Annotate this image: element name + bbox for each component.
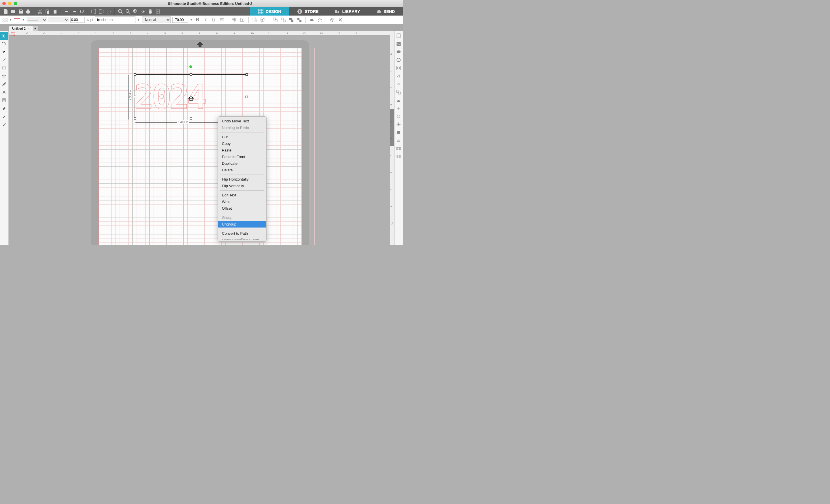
tab-send[interactable]: SEND	[368, 7, 403, 15]
tab-library[interactable]: LIBRARY	[326, 7, 368, 15]
print-icon[interactable]	[25, 9, 31, 14]
transform-panel[interactable]: A	[394, 80, 403, 88]
line-style-panel[interactable]	[394, 56, 403, 64]
resize-handle-w[interactable]	[134, 96, 136, 98]
text-tool[interactable]: A	[0, 88, 8, 96]
select-all-icon[interactable]	[91, 9, 97, 14]
font-size-input[interactable]	[172, 17, 188, 23]
fill-panel[interactable]	[394, 48, 403, 56]
group-icon[interactable]	[272, 17, 278, 23]
straight-line-tool[interactable]	[0, 56, 8, 64]
add-tab-button[interactable]: +	[33, 26, 38, 31]
canvas-area[interactable]: 7.066 , 3.794 /* ticks generated below *…	[9, 31, 394, 245]
line-weight-input[interactable]	[70, 17, 85, 23]
select-tool[interactable]	[0, 32, 8, 40]
scale-icon[interactable]	[260, 17, 266, 23]
zoom-drag-icon[interactable]	[140, 9, 146, 14]
pan-icon[interactable]	[148, 9, 153, 14]
context-menu-duplicate[interactable]: Duplicate	[218, 160, 266, 167]
star-tool[interactable]	[0, 72, 8, 80]
modify-panel[interactable]	[394, 96, 403, 104]
note-tool[interactable]	[0, 96, 8, 104]
eyedropper-tool[interactable]	[0, 121, 8, 129]
line-style-dropdown[interactable]: ———	[27, 17, 47, 23]
fill-swatch[interactable]	[2, 18, 7, 22]
replicate-panel[interactable]	[394, 88, 403, 96]
align-center-v-icon[interactable]	[239, 17, 246, 23]
tab-design[interactable]: DESIGN	[250, 7, 289, 15]
tab-store[interactable]: S STORE	[289, 7, 326, 15]
context-menu-ungroup[interactable]: Ungroup	[218, 221, 266, 228]
replicate-icon[interactable]	[252, 17, 258, 23]
close-x-icon[interactable]	[337, 17, 344, 23]
refresh-icon[interactable]	[79, 9, 85, 14]
star-icon[interactable]	[317, 17, 323, 23]
puzzle-panel[interactable]	[394, 129, 403, 136]
align-center-h-icon[interactable]	[231, 17, 237, 23]
knife-tool[interactable]	[0, 112, 8, 121]
font-input[interactable]	[95, 16, 135, 23]
minimize-window[interactable]	[8, 2, 11, 5]
context-menu-cut[interactable]: Cut	[218, 134, 266, 140]
rotation-handle[interactable]	[189, 65, 192, 68]
context-menu-scroll-down[interactable]: ⌄	[218, 235, 266, 241]
font-style-select[interactable]: Normal	[142, 16, 170, 23]
undo-icon[interactable]	[64, 9, 70, 14]
new-file-icon[interactable]	[3, 9, 9, 14]
line-tool[interactable]	[0, 48, 8, 56]
zoom-selection-icon[interactable]	[133, 9, 138, 14]
line-color-swatch[interactable]	[14, 19, 20, 21]
edit-points-tool[interactable]	[0, 40, 8, 48]
bold-icon[interactable]: B	[195, 17, 201, 23]
trace-panel[interactable]	[394, 64, 403, 72]
underline-icon[interactable]: U	[211, 17, 217, 23]
barcode-panel[interactable]	[394, 153, 403, 161]
fit-page-icon[interactable]	[155, 9, 161, 14]
maximize-window[interactable]	[14, 2, 17, 5]
text-style-panel[interactable]: A	[394, 72, 403, 80]
offset-panel[interactable]	[394, 104, 403, 112]
resize-handle-ne[interactable]	[246, 73, 248, 76]
context-menu-paste-in-front[interactable]: Paste in Front	[218, 154, 266, 160]
resize-handle-nw[interactable]	[134, 73, 136, 76]
italic-icon[interactable]: I	[202, 17, 209, 23]
context-menu-weld[interactable]: Weld	[218, 198, 266, 205]
close-tab-icon[interactable]: ×	[28, 27, 30, 30]
draw-tool[interactable]	[0, 80, 8, 88]
copy-icon[interactable]	[45, 9, 51, 14]
context-menu-offset[interactable]: Offset	[218, 205, 266, 212]
save-icon[interactable]	[18, 9, 24, 14]
context-menu-flip-horizontally[interactable]: Flip Horizontally	[218, 176, 266, 182]
zoom-in-icon[interactable]	[118, 9, 123, 14]
resize-handle-sw[interactable]	[134, 117, 136, 120]
object-panel[interactable]	[394, 121, 403, 129]
resize-handle-n[interactable]	[190, 73, 192, 76]
cut-icon[interactable]	[37, 9, 43, 14]
open-file-icon[interactable]	[10, 9, 16, 14]
pixscan-panel[interactable]: Pix	[394, 40, 403, 48]
resize-handle-e[interactable]	[246, 96, 248, 98]
rectangle-tool[interactable]	[0, 64, 8, 72]
context-menu-undo-move-text[interactable]: Undo Move Text	[218, 118, 266, 125]
compound-icon[interactable]	[288, 17, 294, 23]
close-window[interactable]	[2, 2, 6, 5]
nesting-panel[interactable]: ab	[394, 136, 403, 144]
line-cap-dropdown[interactable]	[49, 17, 69, 23]
page-setup-panel[interactable]	[394, 32, 403, 40]
context-menu-delete[interactable]: Delete	[218, 167, 266, 173]
resize-handle-s[interactable]	[190, 117, 192, 120]
selection-tool-icon[interactable]	[106, 9, 111, 14]
context-menu-edit-text[interactable]: Edit Text	[218, 192, 266, 198]
eraser-tool[interactable]	[0, 104, 8, 112]
ungroup-icon[interactable]	[280, 17, 286, 23]
context-menu-copy[interactable]: Copy	[218, 140, 266, 147]
3d-icon[interactable]	[329, 17, 336, 23]
deselect-icon[interactable]	[98, 9, 104, 14]
vertical-scrollbar[interactable]	[390, 109, 394, 146]
shape-icon[interactable]	[309, 17, 315, 23]
release-compound-icon[interactable]	[296, 17, 302, 23]
media-layout-panel[interactable]	[394, 144, 403, 153]
paste-icon[interactable]	[52, 9, 58, 14]
context-menu-paste[interactable]: Paste	[218, 147, 266, 154]
stipple-panel[interactable]	[394, 112, 403, 121]
